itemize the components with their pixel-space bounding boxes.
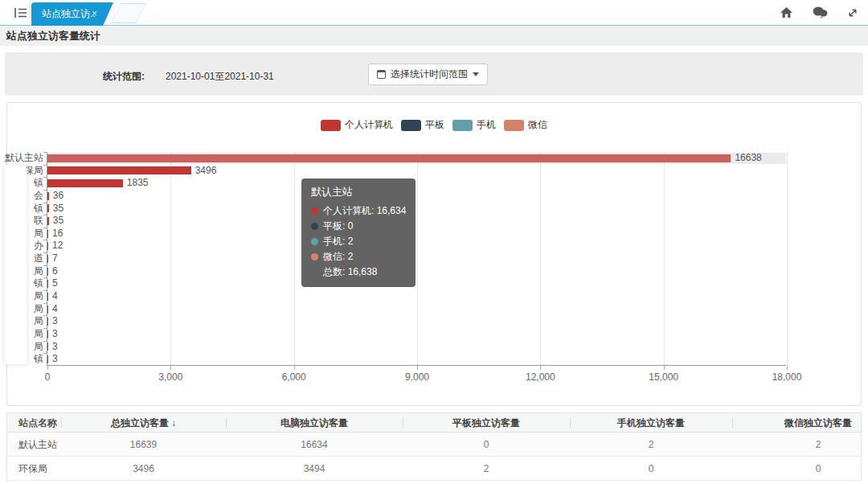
bar-镇[interactable]: [47, 280, 48, 288]
tab-site-visitor-stats[interactable]: 站点独立访.. ×: [31, 2, 113, 26]
tab-label: 站点独立访..: [42, 8, 96, 19]
bar-value-label: 4: [52, 290, 58, 303]
table-cell: 2: [570, 433, 732, 456]
tab-close-icon[interactable]: ×: [92, 2, 97, 26]
chart-row: 默认主站16638: [47, 152, 786, 165]
legend-item-wechat[interactable]: 微信: [504, 118, 547, 132]
bar-value-label: 3: [52, 315, 58, 328]
x-axis-label: 6,000: [282, 371, 306, 383]
table-row: 默认主站1663916634022: [7, 433, 862, 457]
caret-down-icon: [473, 72, 479, 76]
bar-局[interactable]: [47, 318, 48, 326]
bar-默认主站[interactable]: [47, 154, 731, 162]
bar-value-label: 3: [52, 353, 58, 366]
x-axis-label: 3,000: [158, 371, 182, 383]
chat-icon[interactable]: [813, 6, 828, 18]
x-axis-tick: [540, 366, 541, 370]
y-axis-label: 默认主站: [2, 152, 43, 165]
bar-value-label: 3496: [195, 165, 217, 178]
table-header-4[interactable]: 手机独立访客量: [570, 413, 732, 432]
legend-item-pc[interactable]: 个人计算机: [321, 118, 393, 132]
menu-icon[interactable]: [14, 7, 27, 22]
select-time-range-button[interactable]: 选择统计时间范围: [368, 64, 488, 85]
bar-镇[interactable]: [47, 204, 49, 212]
x-axis-label: 9,000: [405, 371, 429, 383]
bar-保局[interactable]: [47, 166, 191, 174]
filter-bar: 统计范围: 2021-10-01至2021-10-31 选择统计时间范围: [5, 52, 863, 96]
table-header-label: 电脑独立访客量: [280, 417, 348, 429]
bar-value-label: 12: [52, 240, 63, 252]
bar-value-label: 35: [53, 215, 63, 228]
bar-联[interactable]: [47, 217, 49, 225]
bar-value-label: 3: [52, 328, 58, 341]
legend-label: 平板: [425, 118, 444, 132]
legend-swatch-icon: [504, 120, 524, 131]
bar-局[interactable]: [47, 268, 48, 276]
select-time-range-label: 选择统计时间范围: [391, 68, 468, 81]
table-header-5[interactable]: 微信独立访客量: [732, 413, 862, 432]
fullscreen-icon[interactable]: [847, 7, 858, 18]
date-range-value: 2021-10-01至2021-10-31: [166, 70, 274, 84]
table-header-2[interactable]: 电脑独立访客量: [226, 413, 403, 432]
bar-局[interactable]: [47, 293, 48, 301]
bar-value-label: 35: [53, 203, 63, 215]
bar-局[interactable]: [47, 230, 48, 238]
bar-value-label: 16638: [735, 152, 761, 165]
chart-row: 镇35: [47, 203, 786, 215]
x-axis-tick: [664, 366, 665, 370]
chart-plot: 03,0006,0009,00012,00015,00018,000默认主站16…: [47, 152, 786, 366]
chart-legend: 个人计算机平板手机微信: [7, 118, 861, 132]
table-cell: 3494: [226, 457, 403, 480]
chart-row: 办12: [47, 240, 786, 252]
table-header-label: 平板独立访客量: [452, 417, 520, 429]
legend-item-tablet[interactable]: 平板: [401, 118, 444, 132]
table-cell: 16639: [61, 433, 226, 456]
bar-会[interactable]: [47, 192, 49, 200]
bar-局[interactable]: [47, 342, 48, 351]
tab-stub[interactable]: [111, 3, 146, 23]
home-icon[interactable]: [780, 6, 793, 18]
legend-label: 个人计算机: [345, 118, 393, 132]
bar-value-label: 4: [52, 303, 58, 316]
legend-swatch-icon: [401, 120, 421, 131]
chart-row: 镇5: [47, 277, 786, 290]
chart-row: 局4: [47, 290, 786, 303]
bar-办[interactable]: [47, 242, 48, 250]
x-axis-tick: [294, 366, 295, 370]
chart-row: 保局3496: [47, 165, 786, 178]
bar-道[interactable]: [47, 255, 48, 263]
bar-value-label: 36: [53, 190, 63, 203]
table-cell: 默认主站: [7, 433, 61, 456]
gridline: [787, 152, 788, 365]
table-body: 默认主站1663916634022环保局34963494200: [7, 433, 861, 481]
bar-局[interactable]: [47, 330, 48, 338]
table-cell: 0: [403, 433, 570, 456]
chart-row: 局3: [47, 341, 786, 354]
bar-局[interactable]: [47, 306, 48, 314]
x-axis-label: 12,000: [526, 371, 555, 383]
table-header-3[interactable]: 平板独立访客量: [403, 413, 570, 432]
table-cell: 3496: [61, 457, 226, 480]
chart-row: 镇3: [47, 353, 786, 366]
table-cell: 16634: [226, 433, 403, 456]
legend-item-mobile[interactable]: 手机: [452, 118, 496, 132]
table-header-label: 微信独立访客量: [784, 417, 852, 429]
visitor-table: 站点名称总独立访客量↓电脑独立访客量平板独立访客量手机独立访客量微信独立访客量 …: [6, 412, 862, 481]
chart-row: 道7: [47, 252, 786, 265]
bar-镇[interactable]: [47, 179, 123, 187]
legend-label: 手机: [477, 118, 496, 132]
topbar-icons: [780, 6, 858, 18]
chart-row: 联35: [47, 215, 786, 228]
table-cell: 环保局: [7, 457, 61, 480]
page-title: 站点独立访客量统计: [0, 26, 868, 46]
table-cell: 0: [732, 457, 862, 480]
table-header-0[interactable]: 站点名称: [7, 413, 61, 432]
x-axis-tick: [170, 366, 171, 370]
bar-镇[interactable]: [47, 355, 48, 363]
table-header-label: 手机独立访客量: [617, 417, 685, 429]
x-axis-tick: [417, 366, 418, 370]
table-header-row: 站点名称总独立访客量↓电脑独立访客量平板独立访客量手机独立访客量微信独立访客量: [7, 413, 862, 433]
table-cell: 2: [403, 457, 570, 480]
table-header-1[interactable]: 总独立访客量↓: [61, 413, 226, 432]
x-axis-label: 0: [45, 371, 51, 383]
